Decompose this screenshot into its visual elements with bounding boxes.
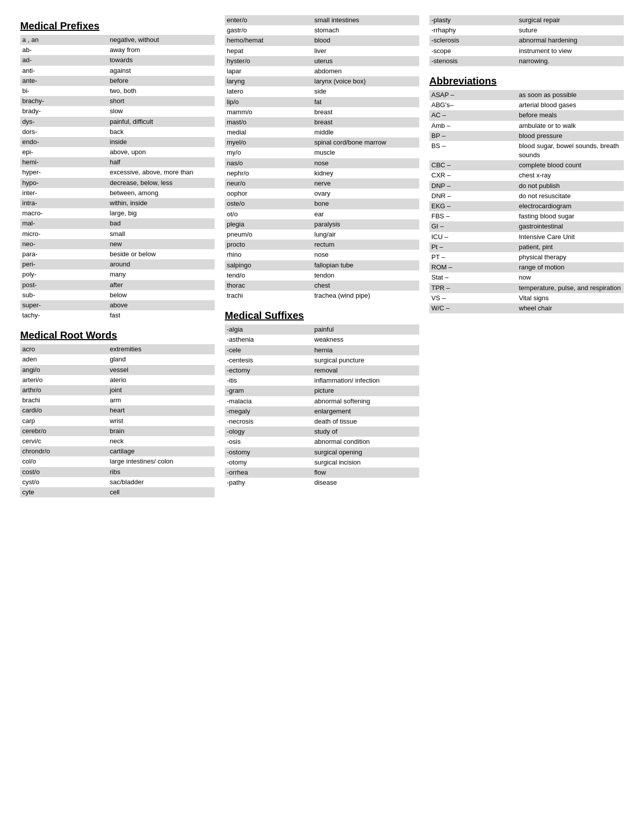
definition-cell: abnormal softening [312,396,419,406]
table-row: GI –gastrointestinal [429,221,624,231]
definition-cell: chest x-ray [517,170,624,180]
term-cell: aden [20,354,108,364]
definition-cell: wrist [108,416,215,426]
definition-cell: death of tissue [312,416,419,427]
term-cell: AC – [429,110,517,120]
definition-cell: picture [312,386,419,396]
table-row: medialmiddle [225,127,419,137]
column-1: Medical Prefixes a , annegative, without… [20,15,215,501]
table-row: cyst/osac/bladder [20,477,215,487]
definition-cell: negative, without [108,35,215,45]
suffixes-more-table: -plastysurgical repair-rrhaphysuture-scl… [429,15,624,66]
table-row: -malaciaabnormal softening [225,396,419,406]
table-row: -megalyenlargement [225,406,419,416]
table-row: ante-before [20,76,215,86]
table-row: epi-above, upon [20,147,215,157]
definition-cell: ovary [312,189,419,199]
suffixes-section: Medical Suffixes -algiapainful-astheniaw… [225,305,419,488]
term-cell: EKG – [429,201,517,211]
term-cell: trachi [225,291,312,301]
table-row: enter/osmall intestines [225,15,419,25]
term-cell: CXR – [429,170,517,180]
term-cell: plegia [225,219,312,229]
term-cell: medial [225,127,312,137]
table-row: ICU –Intensive Care Unit [429,232,624,242]
table-row: mast/obreast [225,117,419,127]
table-row: -ologystudy of [225,427,419,437]
term-cell: hemo/hemat [225,35,312,45]
term-cell: dors- [20,127,108,137]
definition-cell: study of [312,427,419,437]
table-row: endo-inside [20,137,215,147]
abbreviations-table: ASAP –as soon as possibleABG's–arterial … [429,90,624,313]
table-row: cytecell [20,487,215,497]
definition-cell: suture [517,25,624,35]
table-row: nephr/okidney [225,168,419,178]
table-row: super-above [20,300,215,310]
table-row: -grampicture [225,386,419,396]
table-row: hyster/outerus [225,56,419,66]
definition-cell: sac/bladder [108,477,215,487]
term-cell: micro- [20,229,108,239]
table-row: arteri/oaterio [20,375,215,385]
term-cell: arteri/o [20,375,108,385]
definition-cell: above, upon [108,147,215,157]
table-row: oophorovary [225,189,419,199]
table-row: brachy-short [20,96,215,106]
term-cell: brady- [20,106,108,116]
table-row: Stat –now [429,272,624,283]
term-cell: -stenosis [429,56,517,66]
definition-cell: hernia [312,345,419,355]
table-row: neo-new [20,239,215,249]
table-row: proctorectum [225,240,419,250]
definition-cell: removal [312,365,419,376]
prefixes-section: Medical Prefixes a , annegative, without… [20,15,215,320]
term-cell: cervi/c [20,436,108,446]
term-cell: hepat [225,46,312,56]
definition-cell: many [108,269,215,280]
term-cell: -pathy [225,478,312,488]
definition-cell: nose [312,158,419,168]
term-cell: lapar [225,66,312,76]
term-cell: -sclerosis [429,35,517,45]
term-cell: ad- [20,55,108,65]
definition-cell: trachea (wind pipe) [312,291,419,301]
table-row: DNP –do not publish [429,181,624,191]
table-row: intra-within, inside [20,198,215,208]
table-row: lip/ofat [225,97,419,107]
term-cell: -cele [225,345,312,355]
table-row: para-beside or below [20,249,215,259]
definition-cell: back [108,127,215,137]
term-cell: laryng [225,76,312,86]
definition-cell: fat [312,97,419,107]
column-2: enter/osmall intestinesgastr/ostomachhem… [225,15,419,501]
definition-cell: below [108,290,215,300]
table-row: acroextremities [20,344,215,354]
definition-cell: cartilage [108,446,215,456]
term-cell: -ostomy [225,447,312,457]
table-row: dors-back [20,127,215,137]
table-row: anti-against [20,66,215,76]
term-cell: latero [225,86,312,97]
definition-cell: fallopian tube [312,260,419,270]
table-row: carpwrist [20,416,215,426]
term-cell: thorac [225,281,312,291]
term-cell: epi- [20,147,108,157]
definition-cell: against [108,66,215,76]
term-cell: VS – [429,293,517,303]
definition-cell: now [517,272,624,283]
definition-cell: instrument to view [517,46,624,56]
term-cell: Stat – [429,272,517,283]
table-row: FBS –fasting blood sugar [429,211,624,221]
definition-cell: neck [108,436,215,446]
definition-cell: large, big [108,208,215,218]
definition-cell: ear [312,209,419,219]
term-cell: ASAP – [429,90,517,100]
definition-cell: excessive, above, more than [108,167,215,177]
term-cell: a , an [20,35,108,45]
table-row: hemi-half [20,157,215,167]
term-cell: -asthenia [225,335,312,345]
definition-cell: bone [312,199,419,209]
definition-cell: short [108,96,215,106]
definition-cell: abnormal hardening [517,35,624,45]
